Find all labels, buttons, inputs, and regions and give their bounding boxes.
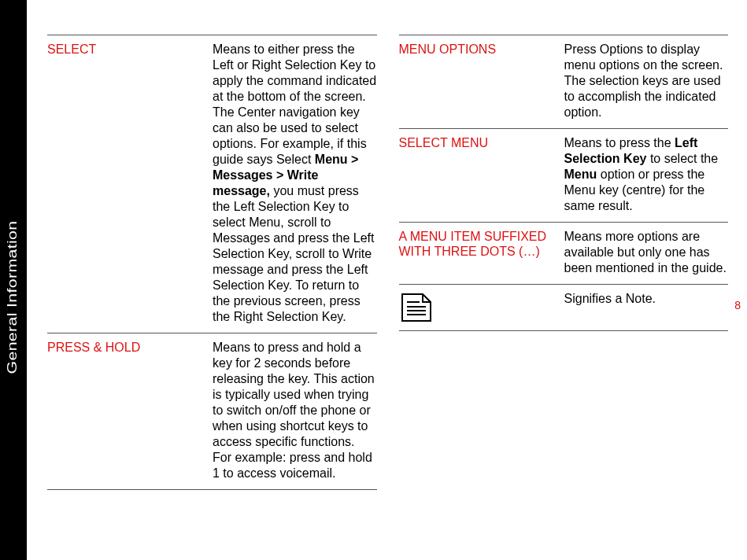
term-label: A MENU ITEM SUFFIXED WITH THREE DOTS (…) — [399, 223, 564, 284]
term-description: Means to press the Left Selection Key to… — [564, 129, 729, 222]
definition-row: Signifies a Note. — [399, 285, 729, 331]
term-label: SELECT MENU — [399, 129, 564, 222]
right-column: MENU OPTIONSPress Options to display men… — [399, 35, 729, 490]
definition-row: SELECTMeans to either press the Left or … — [47, 35, 377, 333]
term-label: SELECT — [47, 35, 213, 333]
term-description: Means to either press the Left or Right … — [213, 35, 377, 333]
term-description: Signifies a Note. — [564, 285, 729, 330]
term-label: PRESS & HOLD — [47, 333, 213, 489]
term-description: Press Options to display menu options on… — [564, 35, 729, 128]
definition-row: SELECT MENUMeans to press the Left Selec… — [399, 129, 729, 223]
term-label: MENU OPTIONS — [399, 35, 564, 128]
definition-row: A MENU ITEM SUFFIXED WITH THREE DOTS (…)… — [399, 223, 729, 285]
side-tab-label: General Information — [5, 221, 20, 374]
page-number: 8 — [734, 299, 741, 311]
term-description: Means to press and hold a key for 2 seco… — [213, 333, 377, 489]
content-area: SELECTMeans to either press the Left or … — [47, 35, 728, 490]
definition-row: PRESS & HOLDMeans to press and hold a ke… — [47, 333, 377, 490]
definition-row: MENU OPTIONSPress Options to display men… — [399, 35, 729, 129]
note-icon — [399, 285, 564, 330]
side-tab: General Information — [0, 0, 27, 560]
term-description: Means more options are available but onl… — [564, 223, 729, 284]
left-column: SELECTMeans to either press the Left or … — [47, 35, 377, 490]
